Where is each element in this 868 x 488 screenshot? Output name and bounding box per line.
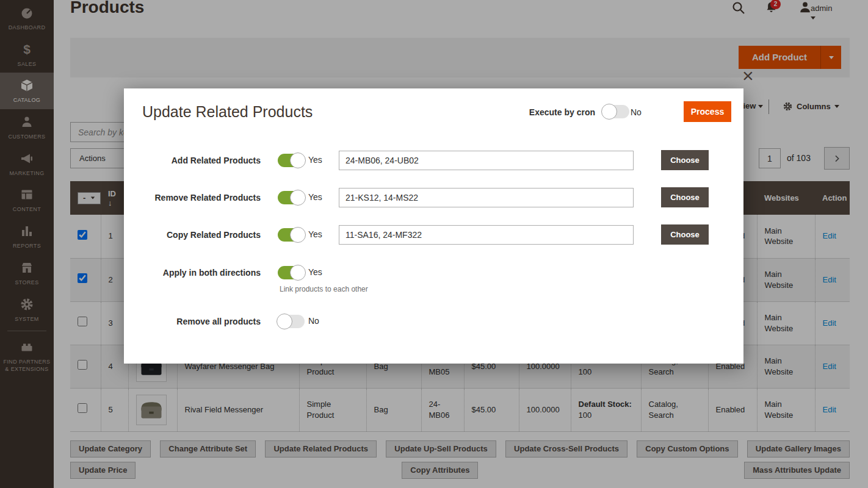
apply-both-directions-note: Link products to each other xyxy=(280,285,368,293)
toggle-knob xyxy=(277,314,292,329)
choose-button[interactable]: Choose xyxy=(661,150,709,170)
choose-button[interactable]: Choose xyxy=(661,187,709,207)
copy-related-products-toggle[interactable] xyxy=(278,228,305,242)
execute-by-cron-toggle[interactable] xyxy=(602,105,629,118)
process-button[interactable]: Process xyxy=(684,101,731,122)
copy-related-products-row: Copy Related Products Yes Choose xyxy=(142,224,725,245)
choose-button[interactable]: Choose xyxy=(661,224,709,245)
field-label: Copy Related Products xyxy=(142,224,261,245)
remove-related-products-toggle[interactable] xyxy=(278,191,305,204)
toggle-state-label: Yes xyxy=(308,229,322,239)
modal-title: Update Related Products xyxy=(142,103,313,121)
remove-all-products-row: Remove all products No xyxy=(142,311,725,332)
update-related-products-modal: Update Related Products Execute by cron … xyxy=(124,88,743,364)
toggle-state-label: Yes xyxy=(308,267,322,277)
close-icon[interactable]: × xyxy=(742,66,754,85)
toggle-knob xyxy=(290,227,306,243)
toggle-knob xyxy=(290,152,306,168)
toggle-knob xyxy=(290,190,306,206)
toggle-state-label: Yes xyxy=(308,192,322,202)
field-label: Apply in both directions xyxy=(142,262,261,283)
toggle-knob xyxy=(290,265,306,281)
remove-all-products-toggle[interactable] xyxy=(278,315,305,328)
execute-by-cron-label: Execute by cron xyxy=(466,107,595,117)
copy-related-products-input[interactable] xyxy=(339,225,634,245)
add-related-products-row: Add Related Products Yes Choose xyxy=(142,150,725,171)
field-label: Remove all products xyxy=(142,311,261,332)
field-label: Add Related Products xyxy=(142,150,261,171)
toggle-state-label: Yes xyxy=(308,155,322,165)
add-related-products-input[interactable] xyxy=(339,151,634,170)
toggle-knob xyxy=(601,104,617,120)
toggle-state-label: No xyxy=(308,316,319,326)
execute-by-cron-value: No xyxy=(631,107,642,117)
apply-both-directions-toggle[interactable] xyxy=(278,266,305,279)
remove-related-products-input[interactable] xyxy=(339,188,634,207)
remove-related-products-row: Remove Related Products Yes Choose xyxy=(142,187,725,208)
apply-both-directions-row: Apply in both directions Yes xyxy=(142,262,725,283)
add-related-products-toggle[interactable] xyxy=(278,154,305,167)
field-label: Remove Related Products xyxy=(142,187,261,208)
